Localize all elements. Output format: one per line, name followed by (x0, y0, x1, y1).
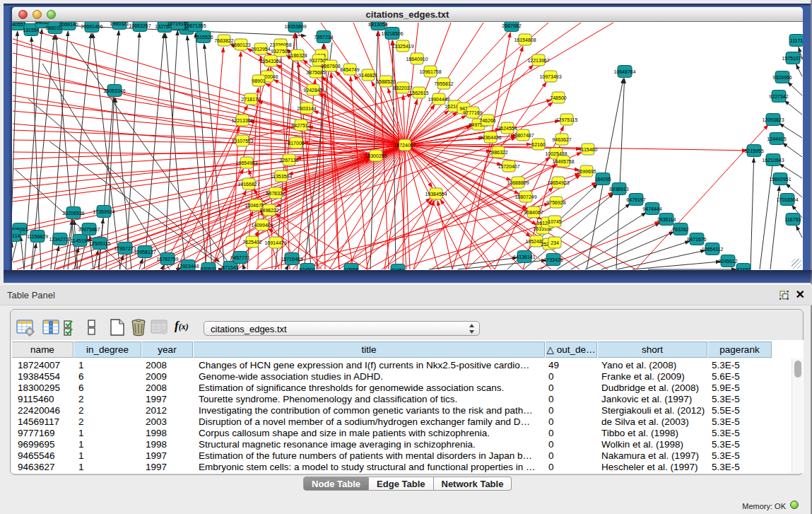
svg-text:9146821: 9146821 (358, 73, 377, 78)
svg-text:20691406: 20691406 (81, 24, 102, 29)
svg-text:8322037: 8322037 (393, 86, 412, 90)
svg-text:9227342: 9227342 (769, 94, 788, 99)
svg-text:17359924: 17359924 (93, 209, 114, 214)
svg-text:2687682: 2687682 (502, 23, 521, 28)
svg-text:3267130: 3267130 (279, 158, 298, 163)
svg-text:10654112: 10654112 (702, 247, 724, 252)
svg-text:94055: 94055 (35, 22, 49, 25)
svg-text:7357234: 7357234 (314, 35, 333, 40)
svg-text:8215955: 8215955 (744, 148, 763, 153)
svg-text:8813054: 8813054 (368, 22, 387, 27)
svg-text:10745: 10745 (548, 219, 562, 224)
svg-text:2935114: 2935114 (657, 217, 676, 222)
svg-text:9777169: 9777169 (463, 110, 482, 115)
svg-text:8471676: 8471676 (687, 237, 706, 242)
svg-text:8427512: 8427512 (291, 123, 310, 128)
svg-text:8186328: 8186328 (288, 53, 307, 58)
svg-text:62160: 62160 (531, 142, 546, 147)
svg-text:9756928: 9756928 (546, 200, 565, 205)
svg-text:11171: 11171 (790, 38, 803, 43)
svg-text:30975867: 30975867 (78, 227, 100, 232)
svg-text:15720407: 15720407 (498, 164, 519, 169)
svg-text:8454749: 8454749 (340, 67, 359, 72)
svg-text:7955812: 7955812 (434, 81, 453, 86)
svg-text:12923448: 12923448 (177, 264, 199, 269)
svg-text:16210643: 16210643 (762, 158, 784, 163)
svg-text:15751074: 15751074 (782, 56, 803, 61)
svg-text:1145194: 1145194 (71, 238, 90, 243)
svg-text:1562615: 1562615 (409, 90, 428, 95)
svg-text:9474444: 9474444 (642, 206, 661, 211)
svg-text:7986322: 7986322 (488, 150, 507, 155)
svg-text:15692951: 15692951 (769, 177, 791, 182)
svg-text:9242848: 9242848 (303, 88, 322, 93)
svg-text:19166827: 19166827 (237, 182, 259, 187)
svg-text:14099489: 14099489 (251, 223, 273, 228)
svg-text:16154808: 16154808 (514, 37, 536, 42)
svg-text:10807487: 10807487 (512, 133, 534, 138)
svg-text:763262: 763262 (672, 227, 688, 232)
svg-text:10958137: 10958137 (134, 250, 155, 255)
svg-text:19904448: 19904448 (428, 97, 449, 102)
svg-text:7515526: 7515526 (194, 35, 213, 40)
svg-text:2803144: 2803144 (297, 106, 316, 111)
svg-text:20206536: 20206536 (62, 211, 84, 216)
svg-text:9463627: 9463627 (552, 137, 571, 142)
svg-text:3498222: 3498222 (259, 208, 278, 213)
svg-text:20364436: 20364436 (479, 135, 501, 140)
svg-text:16782759: 16782759 (156, 257, 178, 262)
svg-text:18640910: 18640910 (406, 57, 428, 62)
svg-text:19654983: 19654983 (235, 160, 257, 165)
svg-text:6479197: 6479197 (626, 197, 645, 202)
svg-text:11353594: 11353594 (271, 174, 293, 179)
svg-text:10671355: 10671355 (184, 23, 206, 28)
svg-text:10973493: 10973493 (539, 74, 561, 79)
svg-text:234: 234 (551, 240, 559, 245)
svg-text:10648784: 10648784 (613, 69, 635, 74)
svg-text:12505115: 12505115 (89, 241, 111, 246)
svg-text:8938913: 8938913 (609, 187, 628, 192)
svg-text:7625402: 7625402 (242, 240, 261, 245)
svg-text:748500: 748500 (550, 95, 566, 100)
svg-text:17957273: 17957273 (114, 246, 136, 251)
svg-text:15716485: 15716485 (281, 257, 302, 262)
svg-text:1733426: 1733426 (543, 257, 563, 262)
svg-text:746266: 746266 (479, 118, 495, 123)
svg-text:9245612: 9245612 (718, 259, 737, 264)
svg-text:10107553: 10107553 (231, 139, 253, 144)
svg-text:5878332: 5878332 (266, 191, 285, 196)
svg-text:14136141: 14136141 (513, 255, 535, 259)
svg-text:9699695: 9699695 (577, 169, 596, 174)
svg-text:1588520: 1588520 (376, 79, 395, 84)
svg-text:13325419: 13325419 (392, 44, 413, 49)
svg-text:26053346: 26053346 (103, 88, 125, 93)
svg-text:164095: 164095 (594, 177, 611, 182)
svg-text:9329966: 9329966 (772, 75, 792, 80)
svg-text:19384554: 19384554 (425, 192, 447, 197)
svg-text:16914479: 16914479 (264, 240, 286, 245)
svg-text:12975115: 12975115 (556, 117, 578, 122)
svg-text:19218506: 19218506 (381, 31, 403, 36)
svg-text:14495758: 14495758 (552, 159, 574, 164)
svg-text:39114: 39114 (12, 233, 20, 238)
svg-text:10688809: 10688809 (507, 180, 529, 185)
svg-text:12213967: 12213967 (527, 58, 549, 63)
svg-text:3912954: 3912954 (251, 47, 270, 52)
svg-text:98901: 98901 (252, 78, 266, 83)
svg-text:817006: 817006 (288, 141, 304, 146)
svg-text:12213369: 12213369 (231, 118, 253, 123)
svg-text:12342737: 12342737 (49, 237, 71, 242)
svg-text:10025438: 10025438 (545, 151, 567, 156)
svg-text:116753: 116753 (785, 217, 801, 222)
svg-text:10961758: 10961758 (419, 69, 441, 74)
svg-text:2069140: 2069140 (59, 22, 78, 27)
svg-text:12093823: 12093823 (762, 117, 784, 122)
svg-text:3875685: 3875685 (306, 70, 325, 75)
svg-text:18300295: 18300295 (365, 153, 387, 158)
svg-text:18807249: 18807249 (514, 194, 536, 199)
svg-text:16053809: 16053809 (284, 24, 306, 29)
svg-text:18724007: 18724007 (394, 143, 416, 148)
svg-text:9084067: 9084067 (524, 210, 543, 215)
svg-text:3624554: 3624554 (498, 126, 517, 131)
svg-text:1960321: 1960321 (110, 22, 129, 26)
